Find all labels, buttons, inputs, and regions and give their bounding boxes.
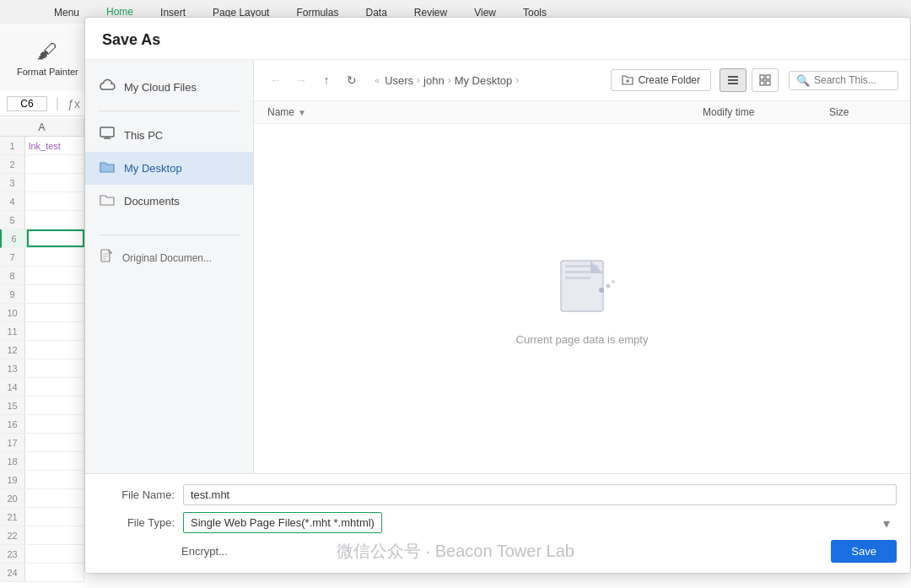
row-num-8: 8 bbox=[0, 267, 25, 284]
breadcrumb[interactable]: « Users › john › My Desktop › bbox=[367, 72, 606, 89]
cell-a7[interactable] bbox=[25, 248, 84, 266]
table-row: 2 bbox=[0, 155, 84, 174]
cell-a15[interactable] bbox=[25, 396, 84, 414]
refresh-button[interactable]: ↻ bbox=[342, 70, 362, 90]
col-header-a: A bbox=[0, 118, 84, 137]
format-painter-label: Format Painter bbox=[17, 67, 78, 77]
search-icon: 🔍 bbox=[796, 74, 810, 87]
cell-a21[interactable] bbox=[25, 508, 84, 526]
cloud-icon bbox=[99, 78, 116, 95]
view-grid-button[interactable] bbox=[752, 68, 779, 92]
row-num-6: 6 bbox=[2, 229, 27, 247]
row-num-3: 3 bbox=[0, 174, 25, 192]
table-row: 9 bbox=[0, 285, 84, 304]
row-num-13: 13 bbox=[0, 359, 25, 377]
cell-a5[interactable] bbox=[25, 211, 84, 229]
cell-a18[interactable] bbox=[25, 452, 84, 470]
svg-rect-12 bbox=[760, 81, 764, 85]
row-num-22: 22 bbox=[0, 526, 25, 544]
cell-a10[interactable] bbox=[25, 304, 84, 321]
format-painter-icon: 🖌 bbox=[37, 40, 57, 63]
cell-a14[interactable] bbox=[25, 378, 84, 396]
file-name-input[interactable] bbox=[183, 484, 897, 505]
encrypt-label[interactable]: Encrypt... bbox=[181, 545, 228, 558]
bottom-actions: Encrypt... Save bbox=[99, 540, 897, 563]
table-row: 4 bbox=[0, 192, 84, 211]
breadcrumb-users[interactable]: Users bbox=[385, 74, 413, 87]
up-button[interactable]: ↑ bbox=[316, 70, 337, 90]
cell-a19[interactable] bbox=[25, 471, 84, 488]
empty-state-message: Current page data is empty bbox=[516, 333, 649, 346]
file-type-select-wrapper: Single Web Page Files(*.mht *.mhtml) Exc… bbox=[183, 512, 897, 533]
dialog-bottom: File Name: File Type: Single Web Page Fi… bbox=[85, 473, 910, 573]
view-list-button[interactable] bbox=[720, 68, 747, 92]
svg-rect-0 bbox=[100, 127, 114, 137]
file-type-select[interactable]: Single Web Page Files(*.mht *.mhtml) Exc… bbox=[183, 512, 382, 533]
search-box[interactable]: 🔍 bbox=[789, 71, 898, 90]
table-row: 15 bbox=[0, 396, 84, 415]
svg-rect-7 bbox=[728, 76, 738, 78]
table-row: 10 bbox=[0, 304, 84, 322]
cell-reference-input[interactable] bbox=[7, 96, 47, 111]
cell-a16[interactable] bbox=[25, 415, 84, 433]
svg-rect-13 bbox=[766, 81, 770, 85]
create-folder-button[interactable]: Create Folder bbox=[611, 69, 711, 91]
cell-a9[interactable] bbox=[25, 285, 84, 303]
table-row: 3 bbox=[0, 174, 84, 192]
desktop-folder-icon bbox=[99, 160, 116, 176]
table-row: 17 bbox=[0, 434, 84, 452]
cell-a20[interactable] bbox=[25, 489, 84, 507]
row-num-15: 15 bbox=[0, 396, 25, 414]
row-num-16: 16 bbox=[0, 415, 25, 433]
cell-a17[interactable] bbox=[25, 434, 84, 451]
breadcrumb-sep-3: › bbox=[515, 74, 519, 86]
cell-a12[interactable] bbox=[25, 341, 84, 359]
cell-a3[interactable] bbox=[25, 174, 84, 192]
sidebar-item-desktop[interactable]: My Desktop bbox=[85, 152, 253, 185]
table-row: 12 bbox=[0, 341, 84, 359]
cell-a13[interactable] bbox=[25, 359, 84, 377]
col-header-name[interactable]: Name ▼ bbox=[267, 106, 703, 118]
table-row: 1 lnk_test bbox=[0, 137, 84, 155]
computer-icon bbox=[99, 127, 116, 143]
cell-a6[interactable] bbox=[27, 229, 84, 247]
save-as-dialog: Save As My Cloud Files bbox=[84, 17, 911, 574]
dialog-title: Save As bbox=[85, 18, 910, 60]
cell-a1[interactable]: lnk_test bbox=[25, 137, 84, 154]
breadcrumb-sep-2: › bbox=[448, 74, 451, 86]
table-row: 5 bbox=[0, 211, 84, 229]
file-type-row: File Type: Single Web Page Files(*.mht *… bbox=[99, 512, 897, 533]
cell-a8[interactable] bbox=[25, 267, 84, 284]
table-row: 22 bbox=[0, 526, 84, 545]
forward-button[interactable]: → bbox=[291, 70, 311, 90]
back-button[interactable]: ← bbox=[266, 70, 286, 90]
file-name-row: File Name: bbox=[99, 484, 897, 505]
table-row: 24 bbox=[0, 564, 84, 582]
table-row: 21 bbox=[0, 508, 84, 526]
breadcrumb-john[interactable]: john bbox=[423, 74, 445, 87]
svg-rect-9 bbox=[728, 83, 738, 84]
save-button[interactable]: Save bbox=[831, 540, 897, 563]
table-row: 20 bbox=[0, 489, 84, 508]
sidebar-item-documents[interactable]: Documents bbox=[85, 185, 253, 218]
list-view-icon bbox=[727, 74, 739, 86]
row-num-18: 18 bbox=[0, 452, 25, 470]
col-header-modify-time[interactable]: Modify time bbox=[703, 106, 829, 118]
breadcrumb-desktop[interactable]: My Desktop bbox=[455, 74, 513, 87]
col-header-size[interactable]: Size bbox=[829, 106, 897, 118]
search-input[interactable] bbox=[814, 74, 890, 86]
cell-a22[interactable] bbox=[25, 526, 84, 544]
sidebar-item-original-doc[interactable]: Original Documen... bbox=[85, 242, 253, 274]
cell-a11[interactable] bbox=[25, 322, 84, 340]
cell-a23[interactable] bbox=[25, 545, 84, 563]
cell-a4[interactable] bbox=[25, 192, 84, 210]
spreadsheet-grid: A 1 lnk_test 2 3 4 5 6 7 8 bbox=[0, 118, 84, 588]
sidebar-item-pc[interactable]: This PC bbox=[85, 118, 253, 152]
dialog-file-content: ← → ↑ ↻ « Users › john › My Desktop › bbox=[254, 60, 910, 473]
empty-state: Current page data is empty bbox=[254, 124, 910, 473]
sidebar-cloud-label: My Cloud Files bbox=[124, 81, 197, 94]
sidebar-item-cloud[interactable]: My Cloud Files bbox=[85, 70, 253, 104]
cell-a2[interactable] bbox=[25, 155, 84, 173]
format-painter-button[interactable]: 🖌 Format Painter bbox=[8, 35, 87, 82]
cell-a24[interactable] bbox=[25, 564, 84, 581]
